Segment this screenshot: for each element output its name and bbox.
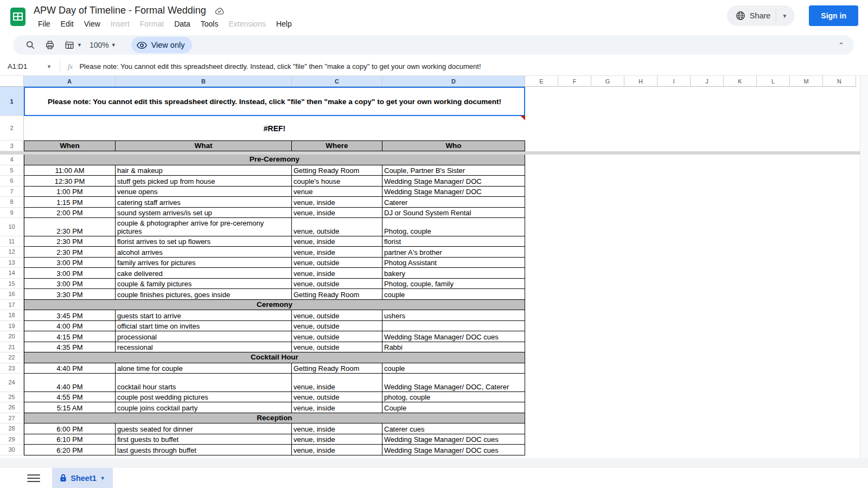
cell-A24[interactable]: 4:40 PM — [24, 374, 116, 392]
column-header-J[interactable]: J — [691, 76, 724, 87]
cell-D30[interactable]: Wedding Stage Manager/ DOC cues — [382, 445, 525, 455]
cell-D18[interactable]: ushers — [382, 310, 525, 321]
cell-D25[interactable]: photog, couple — [382, 392, 525, 403]
cell-B9[interactable]: sound system arrives/is set up — [116, 208, 292, 219]
name-box-caret[interactable]: ▼ — [47, 64, 60, 69]
cell-A26[interactable]: 5:15 AM — [24, 402, 116, 413]
row-header-23[interactable]: 23 — [0, 363, 24, 374]
cell-A1-merged-banner[interactable]: Please note: You cannot edit this spread… — [24, 87, 525, 116]
cell-A10[interactable]: 2:30 PM — [24, 218, 116, 236]
menu-data[interactable]: Data — [170, 18, 195, 29]
vertical-scrollbar[interactable] — [860, 76, 868, 458]
cell-B26[interactable]: couple joins cocktail party — [116, 402, 292, 413]
cell-A3[interactable]: When — [24, 140, 116, 151]
cell-B10[interactable]: couple & photographer arrive for pre-cer… — [116, 218, 292, 236]
row-header-26[interactable]: 26 — [0, 402, 24, 413]
cell-D8[interactable]: Caterer — [382, 197, 525, 208]
cell-C25[interactable]: venue, outside — [292, 392, 382, 403]
search-icon[interactable] — [25, 40, 36, 50]
cell-B14[interactable]: cake delivered — [116, 268, 292, 279]
all-sheets-menu-icon[interactable] — [27, 468, 40, 488]
cell-C24[interactable]: venue, inside — [292, 374, 382, 392]
select-all-corner[interactable] — [0, 76, 24, 87]
cell-A14[interactable]: 3:00 PM — [24, 268, 116, 279]
column-header-B[interactable]: B — [116, 76, 292, 87]
cell-B28[interactable]: guests seated for dinner — [116, 423, 292, 434]
cell-B16[interactable]: couple finishes pictures, goes inside — [116, 289, 292, 300]
cell-D19[interactable] — [382, 321, 525, 332]
cell-D14[interactable]: bakery — [382, 268, 525, 279]
tab-sheet1[interactable]: Sheet1 ▼ — [52, 468, 113, 488]
cell-A17-merged-section[interactable]: Ceremony — [24, 300, 525, 311]
cell-C16[interactable]: Getting Ready Room — [292, 289, 382, 300]
cell-D12[interactable]: partner A's brother — [382, 247, 525, 258]
cell-C6[interactable]: couple's house — [292, 176, 382, 187]
row-header-7[interactable]: 7 — [0, 187, 24, 197]
cell-C21[interactable]: venue, outside — [292, 342, 382, 353]
cell-B19[interactable]: official start time on invites — [116, 321, 292, 332]
menu-view[interactable]: View — [80, 18, 105, 29]
row-header-11[interactable]: 11 — [0, 236, 24, 247]
name-box[interactable]: A1:D1 — [0, 62, 47, 70]
cell-D28[interactable]: Caterer cues — [382, 423, 525, 434]
cell-A4-merged-section[interactable]: Pre-Ceremony — [24, 155, 525, 165]
column-header-A[interactable]: A — [24, 76, 116, 87]
cell-B20[interactable]: processional — [116, 331, 292, 342]
cell-C12[interactable]: venue, inside — [292, 247, 382, 258]
cell-D16[interactable]: couple — [382, 289, 525, 300]
column-header-N[interactable]: N — [823, 76, 856, 87]
cell-D26[interactable]: Couple — [382, 402, 525, 413]
cell-C30[interactable]: venue, inside — [292, 445, 382, 455]
cell-D21[interactable]: Rabbi — [382, 342, 525, 353]
cell-C19[interactable]: venue, outside — [292, 321, 382, 332]
cell-A27-merged-section[interactable]: Reception — [24, 413, 525, 424]
sheet-tab-caret[interactable]: ▼ — [100, 476, 105, 481]
cell-D20[interactable]: Wedding Stage Manager/ DOC cues — [382, 331, 525, 342]
cell-A11[interactable]: 2:30 PM — [24, 236, 116, 247]
cell-C29[interactable]: venue, inside — [292, 434, 382, 445]
cell-D23[interactable]: couple — [382, 363, 525, 374]
row-header-15[interactable]: 15 — [0, 279, 24, 290]
cell-B25[interactable]: couple post wedding pictures — [116, 392, 292, 403]
cell-C7[interactable]: venue — [292, 187, 382, 197]
menu-file[interactable]: File — [34, 18, 55, 29]
cell-A2-merged-ref[interactable]: #REF! — [24, 116, 525, 140]
cell-C5[interactable]: Getting Ready Room — [292, 165, 382, 176]
cell-D6[interactable]: Wedding Stage Manager/ DOC — [382, 176, 525, 187]
share-button[interactable]: Share ▼ — [727, 5, 795, 26]
cell-C23[interactable]: Getting Ready Room — [292, 363, 382, 374]
paint-format-icon[interactable] — [64, 40, 75, 50]
share-dropdown-caret[interactable]: ▼ — [776, 13, 793, 19]
row-header-16[interactable]: 16 — [0, 289, 24, 300]
cell-A7[interactable]: 1:00 PM — [24, 187, 116, 197]
cell-C3[interactable]: Where — [292, 140, 382, 151]
cell-B15[interactable]: couple & family pictures — [116, 279, 292, 290]
cell-B21[interactable]: recessional — [116, 342, 292, 353]
cell-A23[interactable]: 4:40 PM — [24, 363, 116, 374]
cell-A28[interactable]: 6:00 PM — [24, 423, 116, 434]
column-header-H[interactable]: H — [624, 76, 658, 87]
cell-B30[interactable]: last guests through buffet — [116, 445, 292, 455]
cell-A19[interactable]: 4:00 PM — [24, 321, 116, 332]
cell-B6[interactable]: stuff gets picked up from house — [116, 176, 292, 187]
row-header-24[interactable]: 24 — [0, 374, 24, 392]
cell-D3[interactable]: Who — [382, 140, 525, 151]
cell-A13[interactable]: 3:00 PM — [24, 258, 116, 268]
cell-B11[interactable]: florist arrives to set up flowers — [116, 236, 292, 247]
cell-A20[interactable]: 4:15 PM — [24, 331, 116, 342]
column-header-D[interactable]: D — [382, 76, 525, 87]
cell-B3[interactable]: What — [116, 140, 292, 151]
cell-A29[interactable]: 6:10 PM — [24, 434, 116, 445]
cell-D9[interactable]: DJ or Sound System Rental — [382, 208, 525, 219]
formula-input[interactable]: Please note: You cannot edit this spread… — [79, 62, 481, 70]
column-header-C[interactable]: C — [292, 76, 382, 87]
cell-B29[interactable]: first guests to buffet — [116, 434, 292, 445]
row-header-25[interactable]: 25 — [0, 392, 24, 403]
column-header-I[interactable]: I — [658, 76, 691, 87]
row-header-5[interactable]: 5 — [0, 165, 24, 176]
cell-A21[interactable]: 4:35 PM — [24, 342, 116, 353]
cell-D7[interactable]: Wedding Stage Manager/ DOC — [382, 187, 525, 197]
cell-C15[interactable]: venue, outside — [292, 279, 382, 290]
menu-edit[interactable]: Edit — [56, 18, 78, 29]
row-header-19[interactable]: 19 — [0, 321, 24, 332]
